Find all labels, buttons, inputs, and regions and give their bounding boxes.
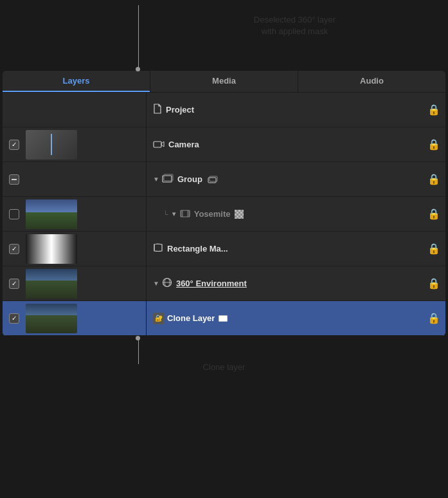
layer-name-camera: Camera <box>168 140 199 149</box>
tab-media[interactable]: Media <box>150 71 298 92</box>
row-left-project <box>3 93 147 127</box>
layers-body: Project 🔒 ✓ <box>3 93 445 336</box>
layer-row-project[interactable]: Project 🔒 <box>3 93 445 127</box>
lock-clone: 🔒 <box>422 312 445 324</box>
row-right-rectangle-mask: Rectangle Ma... 🔒 <box>147 232 445 266</box>
bottom-annotation-line <box>138 338 139 364</box>
thumb-yosemite-content <box>26 199 77 229</box>
lock-project: 🔒 <box>422 104 445 116</box>
thumb-mask-content <box>26 234 77 264</box>
svg-rect-6 <box>181 210 183 217</box>
thumb-project <box>26 95 77 125</box>
row-left-yosemite <box>3 197 147 231</box>
mask-icon <box>153 243 163 254</box>
bottom-annotation-text: Clone layer <box>203 362 246 372</box>
thumb-yosemite-sky <box>26 199 77 213</box>
svg-rect-7 <box>188 210 190 217</box>
tab-audio[interactable]: Audio <box>298 71 445 92</box>
row-left-group <box>3 162 147 196</box>
cb-yosemite[interactable] <box>9 209 19 219</box>
annotation-dot-top <box>136 67 140 71</box>
checkbox-360[interactable]: ✓ <box>3 279 26 289</box>
layer-name-rectangle-mask: Rectangle Ma... <box>167 244 228 254</box>
row-left-clone: ✓ <box>3 301 147 335</box>
thumb-rectangle-mask <box>26 234 77 264</box>
clone-lock-badge: 🔐 <box>153 313 165 324</box>
thumb-360-content <box>26 269 77 299</box>
cb-360[interactable]: ✓ <box>9 279 19 289</box>
layer-row-camera[interactable]: ✓ Camera 🔒 <box>3 127 445 162</box>
cb-camera[interactable]: ✓ <box>9 140 19 150</box>
checkbox-clone[interactable]: ✓ <box>3 313 26 324</box>
layer-row-360[interactable]: ✓ ▼ 3 <box>3 266 445 301</box>
indent-yosemite: └ <box>163 210 168 218</box>
camera-icon <box>153 139 165 150</box>
row-left-360: ✓ <box>3 266 147 300</box>
row-left-camera: ✓ <box>3 127 147 161</box>
group-icon <box>162 174 174 185</box>
thumb-clone-sky <box>26 304 77 315</box>
thumb-yosemite <box>26 199 77 229</box>
thumb-360-ground <box>26 281 77 299</box>
thumb-camera <box>26 130 77 160</box>
layer-name-clone: Clone Layer <box>167 313 215 323</box>
main-panel: Layers Media Audio <box>3 71 445 336</box>
layer-row-yosemite[interactable]: └ ▼ Yosemite 🔒 <box>3 197 445 232</box>
layer-row-group[interactable]: ▼ Group 🔒 <box>3 162 445 197</box>
lock-icon-camera: 🔒 <box>427 138 440 151</box>
thumb-camera-line <box>51 134 52 154</box>
lock-icon-rectangle-mask: 🔒 <box>427 243 440 255</box>
top-annotation: Deselected 360° layer with applied mask <box>0 0 448 71</box>
thumb-360-sky <box>26 269 77 281</box>
yosemite-checkered-badge <box>235 210 244 219</box>
row-right-clone: 🔐 Clone Layer 🔒 <box>147 301 445 335</box>
row-right-project: Project 🔒 <box>147 93 445 127</box>
cb-group[interactable] <box>9 174 19 185</box>
lock-icon-yosemite: 🔒 <box>427 208 440 220</box>
tab-header: Layers Media Audio <box>3 71 445 93</box>
thumb-clone-content <box>26 304 77 333</box>
thumb-clone <box>26 304 77 333</box>
bottom-annotation: Clone layer <box>0 338 448 377</box>
bottom-annotation-dot <box>136 336 140 340</box>
lock-group: 🔒 <box>422 173 445 185</box>
arrow-group: ▼ <box>153 176 159 183</box>
lock-360: 🔒 <box>422 277 445 290</box>
annotation-top-text: Deselected 360° layer with applied mask <box>154 14 435 37</box>
project-icon <box>153 104 162 116</box>
row-right-360: ▼ 360° Environment 🔒 <box>147 266 445 300</box>
svg-rect-0 <box>154 142 161 147</box>
layer-row-clone[interactable]: ✓ 🔐 Clone Layer 🔒 <box>3 301 445 336</box>
row-right-yosemite: └ ▼ Yosemite 🔒 <box>147 197 445 231</box>
checkbox-camera[interactable]: ✓ <box>3 140 26 150</box>
checkbox-group[interactable] <box>3 174 26 185</box>
cb-clone[interactable]: ✓ <box>9 313 19 324</box>
thumb-camera-content <box>26 130 77 160</box>
layer-name-yosemite: Yosemite <box>194 209 231 219</box>
layer-name-360: 360° Environment <box>176 279 247 288</box>
lock-icon-clone: 🔒 <box>427 312 440 324</box>
thumb-yosemite-ground <box>26 212 77 228</box>
tab-layers[interactable]: Layers <box>3 71 150 92</box>
layer-name-group: Group <box>177 174 202 184</box>
lock-yosemite: 🔒 <box>422 208 445 220</box>
lock-icon-360: 🔒 <box>427 277 440 290</box>
layer-row-rectangle-mask[interactable]: ✓ Rectangle Ma... 🔒 <box>3 232 445 266</box>
lock-icon-group: 🔒 <box>427 173 440 185</box>
arrow-360: ▼ <box>153 280 159 287</box>
clone-badge <box>219 315 228 322</box>
row-left-rectangle-mask: ✓ <box>3 232 147 266</box>
annotation-line-top <box>138 5 139 69</box>
lock-icon-project: 🔒 <box>427 104 440 116</box>
layer-name-project: Project <box>166 105 194 115</box>
checkbox-rectangle-mask[interactable]: ✓ <box>3 244 26 254</box>
thumb-360 <box>26 269 77 299</box>
row-right-camera: Camera 🔒 <box>147 127 445 161</box>
checkbox-yosemite[interactable] <box>3 209 26 219</box>
lock-rectangle-mask: 🔒 <box>422 243 445 255</box>
thumb-group <box>26 165 77 194</box>
360-icon <box>162 277 172 290</box>
cb-rectangle-mask[interactable]: ✓ <box>9 244 19 254</box>
thumb-clone-ground <box>26 315 77 333</box>
row-right-group: ▼ Group 🔒 <box>147 162 445 196</box>
